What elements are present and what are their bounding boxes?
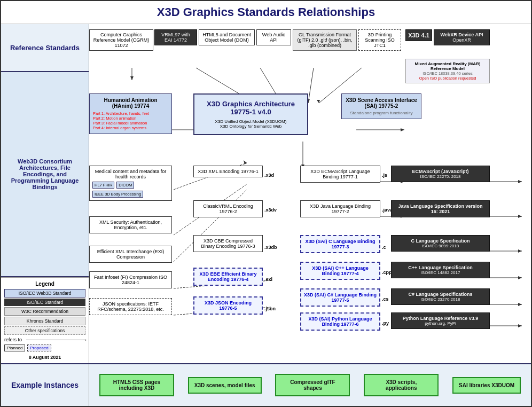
legend-planned-box: Planned bbox=[4, 345, 25, 351]
python-std-sub: python.org, PyPi bbox=[394, 321, 487, 326]
ecma-std-label: ECMAScript (JavaScript) bbox=[394, 169, 487, 174]
svg-marker-12 bbox=[401, 128, 404, 131]
x3db-ext: .x3db bbox=[264, 245, 277, 250]
legend-other: Other specifications bbox=[4, 326, 85, 335]
webxr-box: WebXR Device API OpenXR bbox=[434, 29, 490, 45]
hanim-part2: Part 2: Motion animation bbox=[93, 116, 168, 121]
cs-binding-box: X3D (SAI) C# Language Binding 19777-5 bbox=[300, 288, 380, 307]
medical-title: Medical content and metadata for health … bbox=[92, 169, 169, 179]
content-area: Reference Standards Web3D Consortium Arc… bbox=[1, 24, 531, 363]
x3d-main-title: X3D Graphics Architecture bbox=[200, 100, 302, 108]
cs-std-label: C# Language Specifications bbox=[394, 292, 487, 297]
c-std-box: C Language Specification ISO/IEC 9899:20… bbox=[391, 235, 490, 252]
mar-title: Mixed Augmented Reality (MAR) Reference … bbox=[408, 61, 487, 71]
dicom-badge: DICOM bbox=[116, 182, 134, 189]
legend-khronos: Khronos Standard bbox=[4, 317, 85, 325]
medical-box: Medical content and metadata for health … bbox=[89, 166, 172, 201]
main-container: X3D Graphics Standards Relationships Ref… bbox=[0, 0, 532, 407]
java-std-label: Java Language Specification version 16: … bbox=[394, 204, 487, 214]
svg-marker-26 bbox=[518, 180, 522, 183]
vrml-box: VRML97 with EAI 14772 bbox=[154, 29, 197, 45]
bottom-item-1: X3D scenes, model files bbox=[188, 377, 262, 394]
hanim-part4: Part 4: Internal organ systems bbox=[93, 126, 168, 130]
c-binding-label: X3D (SAI) C Language Binding 19777-3 bbox=[304, 239, 377, 249]
sai-box: X3D Scene Access Interface (SAI) 19775-2… bbox=[341, 93, 421, 119]
refers-to-label: refers to bbox=[4, 337, 22, 342]
json-spec-label: JSON specifications: IETF RFC/schema, 22… bbox=[92, 301, 169, 312]
json-encoding-label: X3D JSON Encoding 19776-5 bbox=[197, 300, 259, 311]
ebe-encoding-label: X3D EBE Efficient Binary Encoding 19776-… bbox=[197, 271, 259, 282]
ecma-binding-box: X3D ECMAScript Language Binding 19777-1 bbox=[300, 166, 380, 183]
json-encoding-box: X3D JSON Encoding 19776-5 bbox=[193, 296, 263, 315]
ref-standards-label: Reference Standards bbox=[1, 24, 89, 72]
json-ext: .json bbox=[264, 306, 276, 311]
legend-refers: refers to → bbox=[4, 337, 85, 342]
sai-title: X3D Scene Access Interface (SAI) 19775-2 bbox=[345, 97, 418, 109]
cpp-binding-box: X3D (SAI) C++ Language Binding 19777-4 bbox=[300, 262, 380, 280]
openxr-label: OpenXR bbox=[436, 37, 487, 43]
ebe-encoding-box: X3D EBE Efficient Binary Encoding 19776-… bbox=[193, 268, 263, 286]
web3d-section-label: Web3D Consortium Architectures, File Enc… bbox=[1, 72, 89, 277]
fast-infoset-box: Fast Infoset (FI) Compression ISO 24824-… bbox=[89, 271, 172, 288]
bottom-items: HTML5 CSS pages including X3D X3D scenes… bbox=[89, 364, 531, 406]
python-std-label: Python Language Reference v3.9 bbox=[394, 316, 487, 321]
svg-marker-34 bbox=[518, 303, 522, 306]
legend-iso: ISO/IEC Standard bbox=[4, 299, 85, 306]
x3d-ontology-label: X3D Ontology for Semantic Web bbox=[200, 124, 302, 129]
xml-security-label: XML Security: Authentication, Encryption… bbox=[92, 220, 169, 230]
web-audio-box: Web Audio API bbox=[256, 29, 291, 45]
exi-box: Efficient XML Interchange (EXI) Compress… bbox=[89, 246, 172, 263]
python-binding-label: X3D (SAI) Python Language Binding 19777-… bbox=[304, 316, 377, 327]
py-ext: .py bbox=[382, 320, 389, 326]
bottom-item-4: SAI libraries X3DUOM bbox=[452, 377, 521, 394]
svg-marker-14 bbox=[244, 160, 247, 165]
hanim-box: Humanoid Animation (HAnim) 19774 Part 1:… bbox=[89, 93, 172, 134]
gltf-box: GL Transmission Format (glTF) 2.0 .gltf … bbox=[293, 29, 357, 51]
exi-label: Efficient XML Interchange (EXI) Compress… bbox=[92, 249, 169, 260]
svg-marker-36 bbox=[518, 324, 522, 327]
x3d-ext: .x3d bbox=[264, 173, 274, 178]
3dprint-box: 3D Printing Scanning ISO JTC1 bbox=[358, 29, 401, 51]
ieee3d-badge: IEEE 3D Body Processing bbox=[92, 191, 143, 198]
exi-ext: .exi bbox=[264, 277, 272, 282]
ecma-std-sub: ISO/IEC 22275: 2018 bbox=[394, 174, 487, 179]
sai-sub: Standalone program functionality bbox=[345, 111, 418, 115]
cpp-std-box: C++ Language Specification ISO/IEC 14882… bbox=[391, 262, 490, 278]
java-binding-label: X3D Java Language Binding 19777-2 bbox=[303, 204, 377, 214]
ecma-binding-label: X3D ECMAScript Language Binding 19777-1 bbox=[303, 169, 377, 179]
cs-std-box: C# Language Specifications ISO/IEC 23270… bbox=[391, 288, 490, 305]
hl7-badge: HL7 FHIR bbox=[92, 182, 114, 189]
cpp-std-sub: ISO/IEC 14882:2017 bbox=[394, 270, 487, 275]
html5-box: HTML5 and Document Object Model (DOM) bbox=[199, 29, 255, 45]
hanim-part1: Part 1: Architecture, hands, feet bbox=[93, 111, 168, 116]
legend-section: Legend ISO/IEC Web3D Standard ISO/IEC St… bbox=[1, 277, 89, 363]
x3duom-label: X3D Unified Object Model (X3DUOM) bbox=[200, 119, 302, 124]
legend-proposed-box: Proposed bbox=[27, 345, 51, 351]
bottom-item-3: X3D scripts, applications bbox=[364, 374, 439, 396]
cbe-encoding-box: X3D CBE Compressed Binary Encoding 19776… bbox=[193, 235, 263, 252]
classic-encoding-label: ClassicVRML Encoding 19776-2 bbox=[197, 204, 260, 214]
svg-marker-30 bbox=[518, 249, 522, 253]
mar-sub2: Open ISO publication requested bbox=[408, 76, 487, 81]
svg-marker-1 bbox=[130, 76, 134, 80]
cbe-encoding-label: X3D CBE Compressed Binary Encoding 19776… bbox=[197, 238, 260, 249]
cpp-ext: .cpp bbox=[382, 270, 392, 275]
python-std-box: Python Language Reference v3.9 python.or… bbox=[391, 312, 490, 329]
legend-planned-row: Planned Proposed bbox=[4, 345, 85, 351]
bottom-item-0: HTML5 CSS pages including X3D bbox=[99, 374, 174, 396]
hanim-part3: Part 3: Facial model animation bbox=[93, 121, 168, 126]
x3d-main-box: X3D Graphics Architecture 19775-1 v4.0 X… bbox=[193, 93, 308, 135]
cs-ext: .cs bbox=[382, 296, 389, 302]
svg-line-5 bbox=[308, 68, 314, 103]
mar-sub1: ISO/IEC 18038,39,40 series bbox=[408, 71, 487, 76]
c-binding-box: X3D (SAI) C Language Binding 19777-3 bbox=[300, 235, 380, 253]
svg-marker-28 bbox=[518, 215, 522, 218]
hanim-title: Humanoid Animation (HAnim) 19774 bbox=[93, 97, 168, 109]
svg-marker-32 bbox=[518, 276, 522, 279]
classic-encoding-box: ClassicVRML Encoding 19776-2 bbox=[193, 200, 263, 217]
svg-marker-8 bbox=[317, 100, 320, 103]
cpp-std-label: C++ Language Specification bbox=[394, 265, 487, 270]
bottom-label: Example Instances bbox=[1, 364, 89, 406]
diagram-area: Computer Graphics Reference Model (CGRM)… bbox=[89, 24, 531, 363]
page-title: X3D Graphics Standards Relationships bbox=[1, 1, 531, 24]
